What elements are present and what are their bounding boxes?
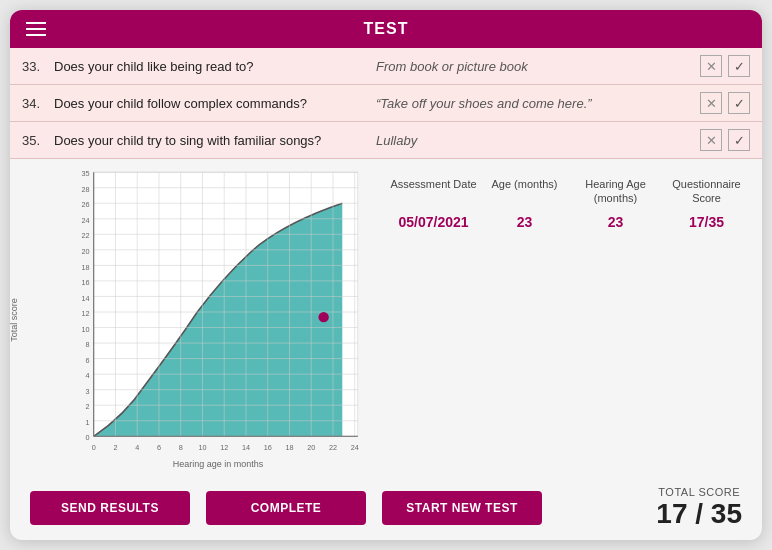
svg-text:10: 10 (81, 325, 89, 334)
svg-text:10: 10 (198, 443, 206, 452)
question-row-34: 34. Does your child follow complex comma… (10, 85, 762, 122)
send-results-button[interactable]: SEND RESULTS (30, 491, 190, 525)
hamburger-menu[interactable] (26, 22, 46, 36)
question-hint-35: Lullaby (368, 133, 690, 148)
svg-text:26: 26 (81, 200, 89, 209)
svg-text:24: 24 (81, 216, 89, 225)
total-score-label: TOTAL SCORE (656, 486, 742, 498)
question-34-check-btn[interactable]: ✓ (728, 92, 750, 114)
chart-container: 0 1 2 3 4 6 8 10 12 14 16 18 20 22 24 26 (58, 167, 378, 457)
table-header-hearing-age: Hearing Age (months) (572, 177, 659, 206)
question-text-33: Does your child like being read to? (54, 59, 368, 74)
complete-button[interactable]: COMPLETE (206, 491, 366, 525)
chart-and-table: Total score (10, 159, 762, 472)
question-34-x-btn[interactable]: ✕ (700, 92, 722, 114)
total-score-value: 17 / 35 (656, 498, 742, 530)
footer: SEND RESULTS COMPLETE START NEW TEST TOT… (10, 476, 762, 540)
question-text-34: Does your child follow complex commands? (54, 96, 368, 111)
question-hint-33: From book or picture book (368, 59, 690, 74)
table-value-score: 17/35 (663, 214, 750, 230)
question-icons-35: ✕ ✓ (700, 129, 750, 151)
question-row-33: 33. Does your child like being read to? … (10, 48, 762, 85)
questions-area: 33. Does your child like being read to? … (10, 48, 762, 159)
svg-text:35: 35 (81, 169, 89, 178)
question-number-34: 34. (22, 96, 54, 111)
svg-text:18: 18 (81, 263, 89, 272)
svg-text:0: 0 (86, 433, 90, 442)
svg-text:2: 2 (86, 402, 90, 411)
table-headers: Assessment Date Age (months) Hearing Age… (390, 177, 750, 206)
svg-text:6: 6 (157, 443, 161, 452)
svg-text:8: 8 (86, 340, 90, 349)
svg-text:4: 4 (86, 371, 90, 380)
question-hint-34: “Take off your shoes and come here.” (368, 96, 690, 111)
svg-text:12: 12 (220, 443, 228, 452)
svg-point-63 (318, 312, 328, 322)
question-row-35: 35. Does your child try to sing with fam… (10, 122, 762, 159)
svg-text:20: 20 (307, 443, 315, 452)
svg-text:18: 18 (285, 443, 293, 452)
app-window: TEST 33. Does your child like being read… (10, 10, 762, 540)
chart-y-label: Total score (10, 298, 19, 342)
start-new-test-button[interactable]: START NEW TEST (382, 491, 542, 525)
svg-text:0: 0 (92, 443, 96, 452)
svg-text:24: 24 (351, 443, 359, 452)
total-score-area: TOTAL SCORE 17 / 35 (656, 486, 742, 530)
question-33-x-btn[interactable]: ✕ (700, 55, 722, 77)
header-title: TEST (364, 20, 409, 37)
question-icons-33: ✕ ✓ (700, 55, 750, 77)
table-header-score: Questionnaire Score (663, 177, 750, 206)
svg-text:4: 4 (135, 443, 139, 452)
question-35-check-btn[interactable]: ✓ (728, 129, 750, 151)
svg-text:16: 16 (81, 278, 89, 287)
question-text-35: Does your child try to sing with familia… (54, 133, 368, 148)
svg-text:16: 16 (264, 443, 272, 452)
question-33-check-btn[interactable]: ✓ (728, 55, 750, 77)
svg-text:20: 20 (81, 247, 89, 256)
question-icons-34: ✕ ✓ (700, 92, 750, 114)
table-header-age: Age (months) (481, 177, 568, 206)
table-value-date: 05/07/2021 (390, 214, 477, 230)
chart-x-label: Hearing age in months (58, 459, 378, 469)
svg-text:2: 2 (113, 443, 117, 452)
svg-text:28: 28 (81, 185, 89, 194)
svg-text:14: 14 (81, 294, 89, 303)
question-number-33: 33. (22, 59, 54, 74)
svg-text:3: 3 (86, 387, 90, 396)
svg-text:6: 6 (86, 356, 90, 365)
header: TEST (10, 10, 762, 48)
svg-text:22: 22 (81, 231, 89, 240)
svg-text:8: 8 (179, 443, 183, 452)
svg-text:14: 14 (242, 443, 250, 452)
table-value-age: 23 (481, 214, 568, 230)
question-number-35: 35. (22, 133, 54, 148)
table-value-hearing-age: 23 (572, 214, 659, 230)
question-35-x-btn[interactable]: ✕ (700, 129, 722, 151)
table-values: 05/07/2021 23 23 17/35 (390, 214, 750, 230)
table-header-date: Assessment Date (390, 177, 477, 206)
svg-text:22: 22 (329, 443, 337, 452)
svg-text:1: 1 (86, 418, 90, 427)
table-area: Assessment Date Age (months) Hearing Age… (390, 167, 750, 472)
svg-text:12: 12 (81, 309, 89, 318)
